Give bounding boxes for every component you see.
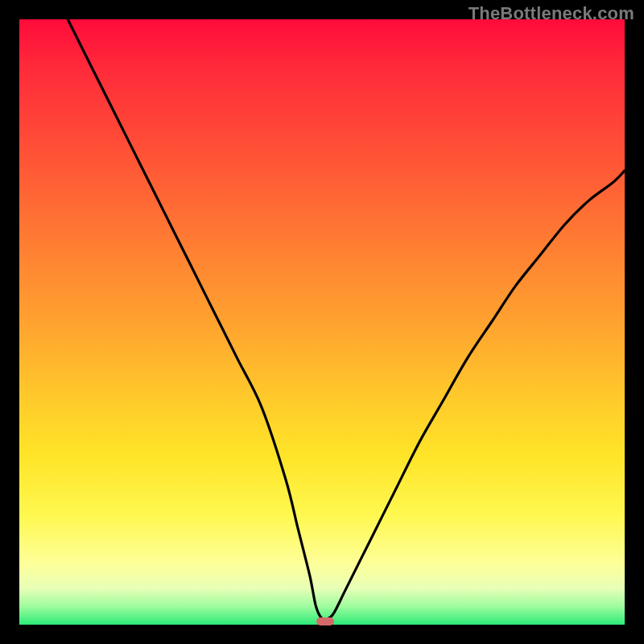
chart-frame: TheBottleneck.com	[0, 0, 644, 644]
curve-path	[68, 19, 625, 620]
plot-area	[19, 19, 625, 625]
minimum-marker	[316, 617, 334, 625]
bottleneck-curve	[19, 19, 625, 625]
